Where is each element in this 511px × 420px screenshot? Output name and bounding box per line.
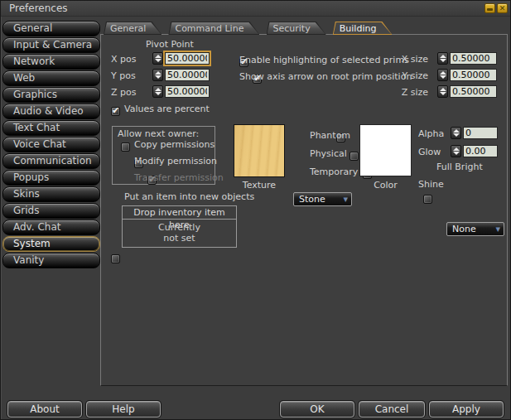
help-button[interactable]: Help bbox=[86, 401, 161, 418]
minimize-button[interactable] bbox=[484, 3, 495, 13]
dropdown-arrow-icon: ▾ bbox=[495, 224, 500, 234]
apply-button[interactable]: Apply bbox=[429, 401, 504, 418]
spinner-up-icon[interactable] bbox=[155, 55, 161, 58]
sidebar-item-communication[interactable]: Communication bbox=[2, 153, 100, 169]
spinner-up-icon[interactable] bbox=[155, 71, 161, 75]
shine-dropdown[interactable]: None ▾ bbox=[446, 222, 504, 236]
temporary-label: Temporary bbox=[310, 167, 358, 177]
spinner-down-icon[interactable] bbox=[155, 75, 161, 79]
tab-security[interactable]: Security bbox=[267, 22, 326, 35]
texture-swatch[interactable] bbox=[234, 124, 285, 177]
category-sidebar: General Input & Camera Network Web Graph… bbox=[2, 21, 100, 269]
sidebar-item-general[interactable]: General bbox=[2, 21, 100, 36]
close-icon: ✕ bbox=[499, 4, 506, 12]
material-dropdown[interactable]: Stone ▾ bbox=[293, 192, 352, 206]
window-title: Preferences bbox=[9, 2, 68, 14]
ysize-input[interactable] bbox=[450, 69, 497, 81]
sidebar-item-voice-chat[interactable]: Voice Chat bbox=[2, 137, 100, 152]
spinner-up-icon[interactable] bbox=[440, 55, 446, 58]
ypos-label: Y pos bbox=[111, 70, 136, 81]
zpos-spinner[interactable] bbox=[152, 85, 163, 98]
spinner-down-icon[interactable] bbox=[440, 59, 446, 62]
dropdown-arrow-icon: ▾ bbox=[343, 194, 348, 205]
zsize-label: Z size bbox=[387, 87, 428, 98]
color-label: Color bbox=[359, 180, 412, 191]
full-bright-checkbox[interactable] bbox=[423, 195, 432, 204]
physical-checkbox[interactable] bbox=[350, 152, 359, 161]
ysize-spinner[interactable] bbox=[437, 69, 448, 81]
shine-value: None bbox=[452, 224, 476, 234]
physical-label: Physical bbox=[310, 148, 347, 159]
tab-building[interactable]: Building bbox=[333, 22, 393, 35]
spinner-up-icon[interactable] bbox=[440, 88, 446, 91]
copy-permissions-label: Copy permissions bbox=[134, 139, 215, 150]
ok-button[interactable]: OK bbox=[280, 401, 354, 418]
spinner-down-icon[interactable] bbox=[453, 152, 460, 155]
put-item-checkbox[interactable] bbox=[111, 254, 120, 263]
xpos-input[interactable] bbox=[165, 52, 210, 65]
glow-spinner[interactable] bbox=[451, 145, 461, 157]
copy-permissions-checkbox[interactable] bbox=[121, 142, 130, 152]
zpos-label: Z pos bbox=[111, 87, 136, 98]
spinner-up-icon[interactable] bbox=[453, 129, 460, 133]
spinner-down-icon[interactable] bbox=[440, 92, 446, 95]
minimize-icon bbox=[487, 8, 493, 11]
values-percent-label: Values are percent bbox=[124, 104, 210, 114]
drop-target-status-line1: Currently bbox=[123, 222, 236, 233]
pivot-point-title: Pivot Point bbox=[146, 39, 194, 50]
allow-next-owner-title: Allow next owner: bbox=[118, 128, 199, 139]
spinner-down-icon[interactable] bbox=[440, 75, 446, 79]
sidebar-item-graphics[interactable]: Graphics bbox=[2, 87, 100, 103]
allow-next-owner-group: Allow next owner: Copy permissions Modif… bbox=[112, 126, 215, 185]
xsize-spinner[interactable] bbox=[437, 52, 448, 65]
alpha-label: Alpha bbox=[418, 128, 444, 139]
material-value: Stone bbox=[299, 194, 325, 205]
building-panel: Pivot Point X pos Y pos Z pos ✔ Values a… bbox=[100, 34, 508, 386]
inventory-drop-target[interactable]: Drop inventory item here Currently not s… bbox=[122, 205, 237, 248]
tab-general[interactable]: General bbox=[104, 22, 161, 35]
about-button[interactable]: About bbox=[7, 401, 82, 418]
modify-permission-label: Modify permission bbox=[134, 156, 217, 167]
ypos-input[interactable] bbox=[165, 69, 210, 81]
close-button[interactable]: ✕ bbox=[497, 3, 508, 13]
put-item-label: Put an item into new objects bbox=[124, 191, 254, 202]
spinner-up-icon[interactable] bbox=[155, 88, 161, 91]
glow-label: Glow bbox=[418, 147, 441, 157]
tab-bar: General Command Line Security Building bbox=[104, 22, 394, 35]
spinner-down-icon[interactable] bbox=[453, 133, 460, 137]
xsize-input[interactable] bbox=[450, 52, 497, 65]
alpha-spinner[interactable] bbox=[451, 127, 461, 139]
sidebar-item-vanity[interactable]: Vanity bbox=[2, 253, 100, 268]
values-percent-checkbox[interactable]: ✔ bbox=[111, 107, 120, 116]
zpos-input[interactable] bbox=[165, 85, 210, 98]
phantom-label: Phantom bbox=[310, 130, 350, 141]
cancel-button[interactable]: Cancel bbox=[359, 401, 425, 418]
color-swatch[interactable] bbox=[359, 124, 412, 176]
sidebar-item-audio-video[interactable]: Audio & Video bbox=[2, 104, 100, 119]
xsize-label: X size bbox=[387, 54, 428, 65]
sidebar-item-grids[interactable]: Grids bbox=[2, 203, 100, 219]
check-icon: ✔ bbox=[112, 105, 119, 116]
sidebar-item-popups[interactable]: Popups bbox=[2, 170, 100, 186]
xpos-label: X pos bbox=[111, 54, 136, 65]
sidebar-item-skins[interactable]: Skins bbox=[2, 186, 100, 202]
tab-command-line[interactable]: Command Line bbox=[168, 22, 259, 35]
spinner-up-icon[interactable] bbox=[453, 147, 460, 151]
sidebar-item-text-chat[interactable]: Text Chat bbox=[2, 120, 100, 136]
sidebar-item-system[interactable]: System bbox=[2, 236, 100, 252]
zsize-input[interactable] bbox=[450, 85, 497, 98]
sidebar-item-adv-chat[interactable]: Adv. Chat bbox=[2, 220, 100, 235]
spinner-up-icon[interactable] bbox=[440, 71, 446, 75]
sidebar-item-network[interactable]: Network bbox=[2, 54, 100, 70]
glow-input[interactable] bbox=[463, 145, 498, 157]
enable-highlighting-label: Enable highlighting of selected prims bbox=[239, 55, 409, 65]
alpha-input[interactable] bbox=[463, 127, 498, 139]
title-bar[interactable]: Preferences ✕ bbox=[1, 1, 510, 17]
ypos-spinner[interactable] bbox=[152, 69, 163, 81]
spinner-down-icon[interactable] bbox=[155, 59, 161, 62]
zsize-spinner[interactable] bbox=[437, 85, 448, 98]
sidebar-item-web[interactable]: Web bbox=[2, 70, 100, 86]
xpos-spinner[interactable] bbox=[152, 52, 163, 65]
spinner-down-icon[interactable] bbox=[155, 92, 161, 95]
sidebar-item-input-camera[interactable]: Input & Camera bbox=[2, 37, 100, 53]
